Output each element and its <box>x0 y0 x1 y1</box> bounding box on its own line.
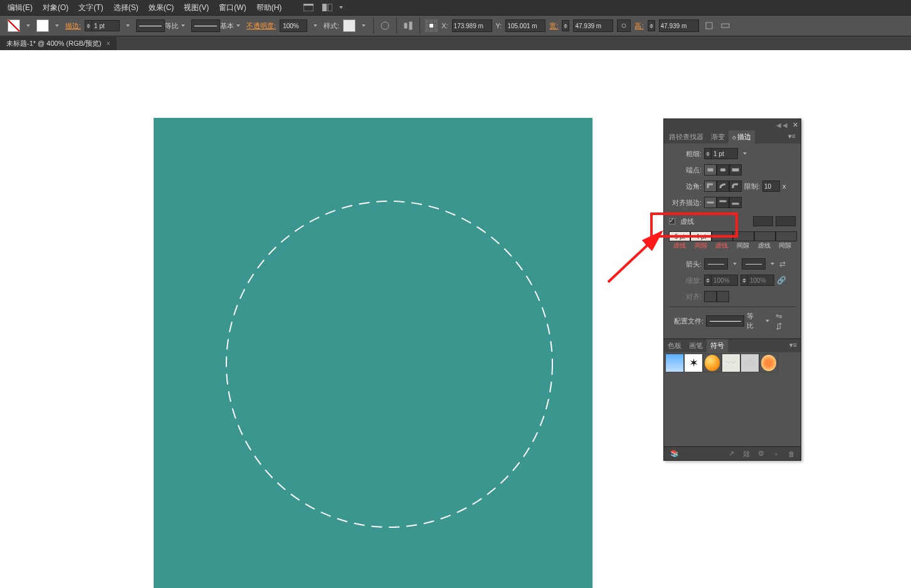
arrow-end-dropdown[interactable] <box>768 258 777 270</box>
layout-icon[interactable] <box>302 2 315 13</box>
cap-butt-button[interactable] <box>704 164 717 176</box>
panel-profile-dropdown[interactable] <box>763 315 772 327</box>
symbol-library-icon[interactable]: 📚 <box>669 449 680 459</box>
scale-end-input[interactable] <box>748 275 774 286</box>
link-wh-icon[interactable] <box>617 19 631 32</box>
gap1-input[interactable] <box>690 231 712 241</box>
menu-view[interactable]: 视图(V) <box>179 1 214 15</box>
w-input[interactable] <box>573 19 613 32</box>
break-link-icon[interactable]: ⛓ <box>740 449 752 459</box>
y-input[interactable] <box>505 19 545 32</box>
dash-align-corners-button[interactable] <box>776 216 796 226</box>
dash-preserve-button[interactable] <box>753 216 773 226</box>
fill-dropdown[interactable] <box>24 19 33 32</box>
align-center-button[interactable] <box>704 197 717 208</box>
scale-start-input[interactable] <box>712 275 738 286</box>
arrow-start-dropdown[interactable] <box>730 258 739 270</box>
dash1-input[interactable] <box>669 231 690 241</box>
h-input[interactable] <box>659 19 699 32</box>
stroke-weight-dropdown[interactable] <box>124 19 132 32</box>
new-symbol-icon[interactable]: ▫ <box>771 449 782 459</box>
panel-header[interactable]: ◀◀ ✕ <box>664 119 801 130</box>
flip-across-button[interactable]: ⇵ <box>774 321 784 331</box>
tab-stroke[interactable]: 描边 <box>729 130 755 144</box>
opacity-dropdown[interactable] <box>311 19 320 32</box>
tab-symbols[interactable]: 符号 <box>707 339 728 352</box>
limit-input[interactable] <box>762 181 780 192</box>
panel-flyout-icon[interactable]: ▾≡ <box>784 130 799 144</box>
panel-close-icon[interactable]: ✕ <box>793 121 798 129</box>
weight-stepper[interactable] <box>704 148 738 159</box>
symbol-flower[interactable] <box>759 354 778 372</box>
w-stepper[interactable] <box>562 20 569 31</box>
symbol-ribbon[interactable]: 〰 <box>722 354 740 372</box>
delete-symbol-icon[interactable]: 🗑 <box>786 449 797 459</box>
variable-width-profile[interactable] <box>136 19 165 32</box>
scale-end-stepper[interactable] <box>740 275 774 286</box>
menu-object[interactable]: 对象(O) <box>38 1 73 15</box>
style-swatch[interactable] <box>343 19 355 32</box>
scale-start-stepper[interactable] <box>704 275 738 286</box>
corner-miter-button[interactable] <box>704 181 717 192</box>
arrow-align-tip-button[interactable] <box>704 291 717 302</box>
brush-def[interactable] <box>191 19 220 32</box>
stroke-label[interactable]: 描边: <box>65 21 81 31</box>
style-label[interactable]: 样式: <box>324 21 339 31</box>
shape-builder-icon[interactable] <box>703 19 715 32</box>
link-scale-icon[interactable]: 🔗 <box>777 276 786 285</box>
align-outside-button[interactable] <box>729 197 742 208</box>
collapse-icon[interactable]: ◀◀ <box>776 122 789 129</box>
corner-round-button[interactable] <box>717 181 729 192</box>
stroke-dropdown[interactable] <box>53 19 61 32</box>
canvas-area[interactable] <box>0 50 665 588</box>
cap-round-button[interactable] <box>717 164 729 176</box>
tab-brushes[interactable]: 画笔 <box>685 339 707 352</box>
menu-help[interactable]: 帮助(H) <box>251 1 287 15</box>
align-panel-icon[interactable] <box>402 19 414 32</box>
style-dropdown[interactable] <box>359 19 368 32</box>
fill-swatch[interactable] <box>8 19 20 32</box>
document-tab-close-icon[interactable]: × <box>107 40 110 47</box>
symbols-flyout-icon[interactable]: ▾≡ <box>786 339 801 352</box>
stroke-weight-stepper[interactable] <box>85 20 120 31</box>
menu-select[interactable]: 选择(S) <box>108 1 144 15</box>
menu-effect[interactable]: 效果(C) <box>144 1 179 15</box>
menu-edit[interactable]: 编辑(E) <box>3 1 38 15</box>
gap2-input[interactable] <box>733 231 754 241</box>
swap-arrows-icon[interactable]: ⇄ <box>779 260 786 268</box>
weight-dropdown[interactable] <box>740 147 749 160</box>
gap3-input[interactable] <box>776 231 797 241</box>
weight-input[interactable] <box>712 148 738 159</box>
opacity-input[interactable] <box>280 19 307 32</box>
stroke-weight-input[interactable] <box>92 20 120 31</box>
arrow-end-select[interactable] <box>742 258 766 270</box>
align-inside-button[interactable] <box>717 197 729 208</box>
tab-pathfinder[interactable]: 路径查找器 <box>665 130 707 144</box>
document-tab[interactable]: 未标题-1* @ 400% (RGB/预览) × <box>0 37 117 50</box>
recolor-icon[interactable] <box>379 19 391 32</box>
transform-reference-point[interactable] <box>425 19 438 32</box>
symbol-options-icon[interactable]: ⚙ <box>756 449 767 459</box>
arrow-start-select[interactable] <box>704 258 728 270</box>
arrange-dropdown[interactable] <box>337 1 345 14</box>
stroke-swatch[interactable] <box>36 19 49 32</box>
arrange-icon[interactable] <box>320 2 334 13</box>
menu-text[interactable]: 文字(T) <box>73 1 108 15</box>
dash2-input[interactable] <box>712 231 733 241</box>
symbol-orb[interactable] <box>703 354 722 372</box>
symbol-ink-splat[interactable]: ✶ <box>684 354 703 372</box>
opacity-label[interactable]: 不透明度: <box>246 21 276 31</box>
profile-dropdown[interactable] <box>179 19 187 32</box>
brush-dropdown[interactable] <box>234 19 243 32</box>
place-symbol-icon[interactable]: ↗ <box>725 449 737 459</box>
profile-select[interactable] <box>706 315 744 327</box>
isolate-icon[interactable] <box>719 19 732 32</box>
tab-gradient[interactable]: 渐变 <box>707 130 729 144</box>
h-stepper[interactable] <box>648 20 655 31</box>
corner-bevel-button[interactable] <box>729 181 742 192</box>
x-input[interactable] <box>452 19 492 32</box>
dash3-input[interactable] <box>754 231 776 241</box>
cap-projecting-button[interactable] <box>729 164 742 176</box>
dashed-circle-path[interactable] <box>222 197 557 532</box>
symbol-gear[interactable]: ⚙ <box>740 354 759 372</box>
